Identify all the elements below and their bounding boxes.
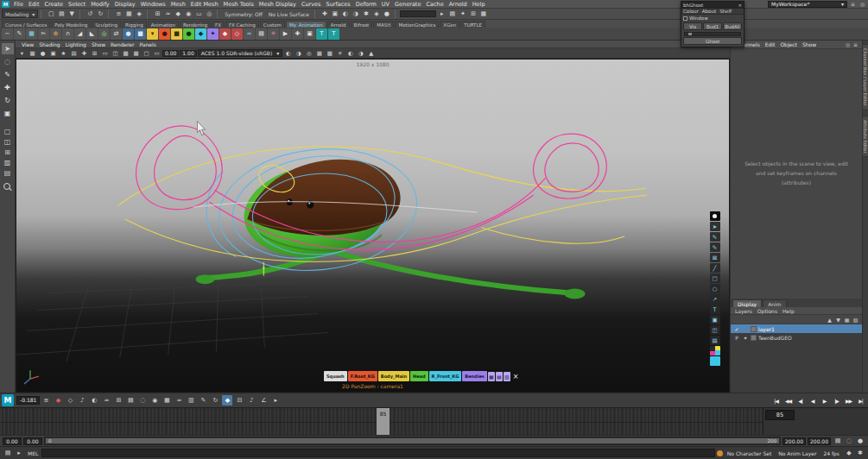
menu-item[interactable]: File (11, 1, 26, 8)
step-back-frame-button[interactable]: ◀| (795, 395, 806, 406)
safe-action-icon[interactable]: ▢ (142, 49, 151, 58)
range-slider[interactable]: 0 200 (44, 437, 781, 445)
move-layer-down-icon[interactable]: ▼ (834, 316, 842, 323)
auto-key-icon[interactable]: ◆ (844, 448, 854, 458)
window-checkbox[interactable] (683, 16, 687, 21)
playback-menu-icon[interactable]: ≡ (41, 395, 51, 406)
play-backwards-button[interactable]: ◀ (807, 395, 818, 406)
bp-text-icon[interactable]: T (710, 305, 720, 314)
playback-start-field[interactable]: 0.00 (23, 437, 42, 445)
ep-curve-tool-icon[interactable]: ~ (2, 28, 13, 40)
grease-pencil-icon[interactable]: ✎ (198, 395, 208, 406)
picker-button[interactable]: R_Front_KG (429, 371, 462, 381)
picker-button[interactable]: Squash (324, 371, 347, 381)
front-control-icon[interactable]: ◆ (195, 28, 206, 40)
highlight-selection-icon[interactable]: ✦ (458, 9, 468, 19)
ghost-menu-item[interactable]: Colour (681, 9, 700, 14)
exposure-field[interactable]: 0.00 (162, 50, 179, 57)
redo-icon[interactable]: ↻ (95, 9, 105, 19)
playback-looping-icon[interactable]: ↻ (210, 395, 220, 406)
panel-menu-item[interactable]: Lighting (63, 41, 89, 47)
ipr-render-icon[interactable]: ◑ (351, 9, 361, 19)
snap-keys-icon[interactable]: ⊞ (113, 395, 124, 406)
bp-active-color-icon[interactable] (710, 356, 720, 366)
extrude-icon[interactable]: ◢ (74, 28, 86, 40)
dope-sheet-icon[interactable]: ▤ (256, 28, 267, 40)
wireframe-on-shaded-icon[interactable]: ▦ (314, 49, 324, 58)
close-icon[interactable]: × (738, 3, 742, 8)
bp-arrow-icon[interactable]: ↗ (710, 294, 720, 304)
sound-scrub-icon[interactable]: ♪ (246, 395, 257, 406)
picker-button[interactable]: F.Root_KG (348, 371, 377, 381)
layer-type-toggle[interactable]: ✦ (742, 335, 749, 341)
picker-button[interactable]: Body_Main (378, 371, 409, 381)
layer-row[interactable]: P ✦ TeenBudGEO (731, 333, 862, 342)
bp-ellipse-icon[interactable]: ○ (710, 284, 720, 293)
paint-select-tool-icon[interactable]: ✎ (2, 69, 14, 80)
heads-up-display-icon[interactable]: ▦ (478, 9, 489, 19)
workspace-dropdown[interactable]: MyWorkspace* ▾ (768, 1, 847, 8)
menu-item[interactable]: Curves (299, 1, 324, 8)
bevel-icon[interactable]: ◣ (86, 28, 98, 40)
motion-trail-icon[interactable]: ≈ (101, 395, 111, 406)
body-control-icon[interactable]: ■ (171, 28, 182, 40)
smooth-icon[interactable]: ◎ (98, 28, 110, 40)
construction-history-icon[interactable]: ✚ (320, 9, 330, 19)
grid-toggle-icon[interactable]: ⊞ (90, 49, 99, 58)
layer-name[interactable]: TeenBudGEO (758, 335, 792, 341)
picker-button[interactable]: Bendies (462, 371, 486, 381)
ghost-option-button[interactable]: Vis (683, 22, 702, 30)
menu-item[interactable]: Cache (423, 1, 446, 8)
squash-control-icon[interactable]: ▾ (147, 28, 158, 40)
menu-item[interactable]: Arnold (447, 1, 470, 8)
layer-visibility-toggle[interactable]: ✓ (733, 326, 740, 332)
ghost-option-button[interactable]: Bud1 (703, 22, 722, 30)
shelf-tab[interactable]: Animation (148, 21, 179, 28)
ghost-menu-item[interactable]: Shelf (718, 9, 733, 14)
tangent-type-icon[interactable]: ∠ (258, 395, 269, 406)
range-slider-handle[interactable]: 0 200 (46, 438, 779, 443)
undo-icon[interactable]: ↺ (85, 9, 95, 19)
safe-title-icon[interactable]: ▭ (152, 49, 162, 58)
anim-layer-dropdown[interactable]: No Anim Layer (776, 450, 819, 456)
menu-item[interactable]: UV (379, 1, 392, 8)
menu-item[interactable]: Create (41, 1, 66, 8)
exposure-icon[interactable]: ◐ (283, 49, 293, 58)
new-empty-layer-icon[interactable]: ▦ (843, 316, 851, 323)
command-line-input[interactable] (41, 449, 715, 457)
layer-menu-item[interactable]: Layers (732, 308, 755, 314)
selection-field-icon[interactable]: ▸ (437, 9, 447, 19)
shelf-tab[interactable]: My_Animation (286, 21, 326, 28)
select-tool-icon[interactable]: ➤ (2, 43, 14, 54)
motion-trail-icon[interactable]: ✳ (268, 28, 279, 40)
auto-key-toggle-icon[interactable]: ◆ (222, 395, 232, 406)
make-live-icon[interactable]: ◎ (204, 9, 214, 19)
bp-select-icon[interactable]: ➤ (710, 222, 720, 231)
field-chart-icon[interactable]: ▦ (131, 49, 141, 58)
shelf-tab[interactable]: Custom (260, 21, 285, 28)
shelf-tab[interactable]: XGen (440, 21, 459, 28)
render-settings-icon[interactable]: ✱ (361, 9, 371, 19)
step-forward-frame-button[interactable]: |▶ (831, 395, 842, 406)
panel-menu-item[interactable]: Renderer (108, 41, 136, 47)
menu-item[interactable]: Mesh Tools (221, 1, 257, 8)
viewport-canvas[interactable]: 1920 x 1080 ➤✎✎⊠╱□○↗T▣◫▤ SquashF.Root_KG… (16, 59, 730, 393)
edge-tab[interactable]: Attribute Editor (862, 116, 868, 157)
bp-frame-icon[interactable]: ◫ (710, 325, 720, 335)
select-component-mode-icon[interactable]: ◈ (134, 9, 144, 19)
film-gate-icon[interactable]: ▭ (100, 49, 110, 58)
shelf-tab[interactable]: Rendering (180, 21, 211, 28)
select-object-mode-icon[interactable]: ▦ (124, 9, 134, 19)
panel-menu-item[interactable]: Panels (136, 41, 158, 47)
pencil-curve-tool-icon[interactable]: ✎ (14, 28, 25, 40)
layer-visibility-toggle[interactable]: P (733, 335, 740, 341)
layer-menu-item[interactable]: Help (780, 308, 797, 314)
camera-attributes-icon[interactable]: ▣ (48, 49, 58, 58)
shelf-tab[interactable]: FX Caching (225, 21, 259, 28)
menu-item[interactable]: Modify (88, 1, 112, 8)
mirror-icon[interactable]: ⇄ (111, 28, 122, 40)
picker-cols-icon[interactable]: ▥ (504, 372, 510, 381)
ghost-window-titlebar[interactable]: bhGhost × (681, 2, 744, 9)
edge-tab[interactable]: Channel Box / Layer Editor (862, 44, 868, 110)
current-time-scrubber[interactable]: 85 (377, 408, 390, 435)
